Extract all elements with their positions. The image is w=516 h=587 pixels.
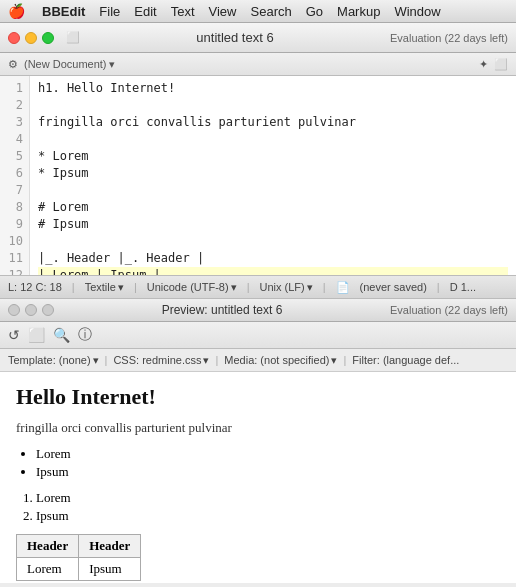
preview-ordered-list: Lorem Ipsum xyxy=(36,490,500,524)
chevron-down-icon: ▾ xyxy=(331,354,337,367)
window-title: untitled text 6 xyxy=(88,30,382,45)
table-header-cell: Header xyxy=(79,535,141,558)
eval-badge: Evaluation (22 days left) xyxy=(390,32,508,44)
preview-paragraph: fringilla orci convallis parturient pulv… xyxy=(16,420,500,436)
menu-edit[interactable]: Edit xyxy=(127,0,163,23)
media-label: Media: (not specified) xyxy=(224,354,329,366)
menu-file[interactable]: File xyxy=(92,0,127,23)
editor-line-2 xyxy=(38,97,508,114)
encoding-selector[interactable]: Unicode (UTF-8) ▾ xyxy=(147,281,237,294)
list-item: Ipsum xyxy=(36,464,500,480)
doc-icon2: 📄 xyxy=(336,281,350,294)
table-cell: Ipsum xyxy=(79,558,141,581)
preview-panel: Preview: untitled text 6 Evaluation (22 … xyxy=(0,299,516,583)
settings-icon[interactable]: ⚙ xyxy=(8,58,18,71)
preview-heading: Hello Internet! xyxy=(16,384,500,410)
document-toolbar: ⚙ (New Document) ▾ ✦ ⬜ xyxy=(0,53,516,76)
menu-search[interactable]: Search xyxy=(244,0,299,23)
table-cell: Lorem xyxy=(17,558,79,581)
preview-unordered-list: Lorem Ipsum xyxy=(36,446,500,480)
list-item: Lorem xyxy=(36,490,500,506)
media-selector[interactable]: Media: (not specified) ▾ xyxy=(224,354,337,367)
template-label: Template: (none) xyxy=(8,354,91,366)
save-status: (never saved) xyxy=(360,281,427,293)
editor-line-3: fringilla orci convallis parturient pulv… xyxy=(38,114,508,131)
page-icon[interactable]: ⬜ xyxy=(28,327,45,343)
chevron-down-icon: ▾ xyxy=(307,281,313,294)
cursor-position: L: 12 C: 18 xyxy=(8,281,62,293)
maximize-button[interactable] xyxy=(42,32,54,44)
editor-line-6: * Ipsum xyxy=(38,165,508,182)
editor-area: 1234 5678 9101112 h1. Hello Internet! fr… xyxy=(0,76,516,276)
menu-go[interactable]: Go xyxy=(299,0,330,23)
preview-options-bar: Template: (none) ▾ | CSS: redmine.css ▾ … xyxy=(0,349,516,372)
preview-eval-badge: Evaluation (22 days left) xyxy=(390,304,508,316)
new-document-label: (New Document) xyxy=(24,58,107,70)
chevron-down-icon: ▾ xyxy=(93,354,99,367)
menu-window[interactable]: Window xyxy=(387,0,447,23)
editor-line-4 xyxy=(38,131,508,148)
encoding-label: Unicode (UTF-8) xyxy=(147,281,229,293)
chevron-down-icon: ▾ xyxy=(109,58,115,71)
preview-close[interactable] xyxy=(8,304,20,316)
toolbar-action1[interactable]: ✦ xyxy=(479,58,488,71)
table-row: Lorem Ipsum xyxy=(17,558,141,581)
menu-markup[interactable]: Markup xyxy=(330,0,387,23)
traffic-lights xyxy=(8,32,54,44)
search-icon[interactable]: 🔍 xyxy=(53,327,70,343)
preview-title: Preview: untitled text 6 xyxy=(62,303,382,317)
lineending-selector[interactable]: Unix (LF) ▾ xyxy=(260,281,313,294)
status-bar: L: 12 C: 18 | Textile ▾ | Unicode (UTF-8… xyxy=(0,276,516,299)
refresh-icon[interactable]: ↺ xyxy=(8,327,20,343)
minimize-button[interactable] xyxy=(25,32,37,44)
editor-line-12: | Lorem | Ipsum | xyxy=(38,267,508,275)
editor-line-9: # Ipsum xyxy=(38,216,508,233)
editor-line-7 xyxy=(38,182,508,199)
chevron-down-icon: ▾ xyxy=(203,354,209,367)
editor-line-8: # Lorem xyxy=(38,199,508,216)
close-button[interactable] xyxy=(8,32,20,44)
apple-menu[interactable]: 🍎 xyxy=(8,3,25,19)
filter-selector[interactable]: Filter: (language def... xyxy=(352,354,459,366)
toolbar-action2[interactable]: ⬜ xyxy=(494,58,508,71)
table-header-row: Header Header xyxy=(17,535,141,558)
document-icon: ⬜ xyxy=(66,31,80,44)
menu-bar: 🍎 BBEdit File Edit Text View Search Go M… xyxy=(0,0,516,23)
table-header-cell: Header xyxy=(17,535,79,558)
menu-bbedit[interactable]: BBEdit xyxy=(35,0,92,23)
editor-line-1: h1. Hello Internet! xyxy=(38,80,508,97)
info-icon[interactable]: ⓘ xyxy=(78,326,92,344)
lineending-label: Unix (LF) xyxy=(260,281,305,293)
language-selector[interactable]: Textile ▾ xyxy=(85,281,124,294)
preview-titlebar: Preview: untitled text 6 Evaluation (22 … xyxy=(0,299,516,322)
chevron-down-icon: ▾ xyxy=(118,281,124,294)
css-label: CSS: redmine.css xyxy=(113,354,201,366)
list-item: Lorem xyxy=(36,446,500,462)
css-selector[interactable]: CSS: redmine.css ▾ xyxy=(113,354,209,367)
language-label: Textile xyxy=(85,281,116,293)
preview-traffic-lights xyxy=(8,304,54,316)
editor-line-10 xyxy=(38,233,508,250)
preview-content: Hello Internet! fringilla orci convallis… xyxy=(0,372,516,583)
window-chrome: ⬜ untitled text 6 Evaluation (22 days le… xyxy=(0,23,516,53)
menu-view[interactable]: View xyxy=(202,0,244,23)
editor-line-11: |_. Header |_. Header | xyxy=(38,250,508,267)
editor-text[interactable]: h1. Hello Internet! fringilla orci conva… xyxy=(30,76,516,275)
filter-label: Filter: (language def... xyxy=(352,354,459,366)
preview-table: Header Header Lorem Ipsum xyxy=(16,534,141,581)
menu-text[interactable]: Text xyxy=(164,0,202,23)
new-document-menu[interactable]: (New Document) ▾ xyxy=(24,58,115,71)
line-numbers: 1234 5678 9101112 xyxy=(0,76,30,275)
editor-line-5: * Lorem xyxy=(38,148,508,165)
preview-toolbar: ↺ ⬜ 🔍 ⓘ xyxy=(0,322,516,349)
template-selector[interactable]: Template: (none) ▾ xyxy=(8,354,99,367)
list-item: Ipsum xyxy=(36,508,500,524)
preview-maximize[interactable] xyxy=(42,304,54,316)
extra-info: D 1... xyxy=(450,281,476,293)
chevron-down-icon: ▾ xyxy=(231,281,237,294)
preview-minimize[interactable] xyxy=(25,304,37,316)
